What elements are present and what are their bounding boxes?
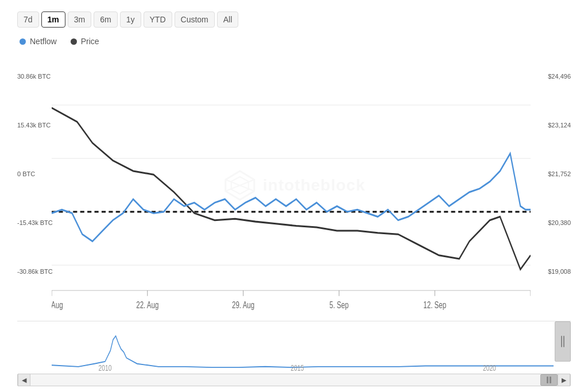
y-label-2: 15.43k BTC xyxy=(17,122,51,129)
main-chart: intotheblock xyxy=(17,52,571,319)
y-label-5: -30.86k BTC xyxy=(17,268,51,275)
y-axis-right: $24,496 $23,124 $21,752 $20,380 $19,008 xyxy=(533,52,571,319)
page-container: 7d1m3m6m1yYTDCustomAll Netflow Price xyxy=(0,0,588,392)
svg-text:15. Aug: 15. Aug xyxy=(52,300,63,310)
y-label-4: -15.43k BTC xyxy=(17,219,51,226)
time-btn-all[interactable]: All xyxy=(217,11,239,28)
y-right-label-2: $23,124 xyxy=(548,122,571,129)
y-axis-left: 30.86k BTC 15.43k BTC 0 BTC -15.43k BTC … xyxy=(17,52,51,319)
scrollbar[interactable]: ◀ ▶ xyxy=(17,374,571,386)
y-label-1: 30.86k BTC xyxy=(17,73,51,80)
time-btn-1y[interactable]: 1y xyxy=(120,11,141,28)
mini-svg: 2010 2015 2020 xyxy=(52,321,554,372)
time-btn-7d[interactable]: 7d xyxy=(17,11,39,28)
price-dot xyxy=(71,38,77,45)
time-btn-1m[interactable]: 1m xyxy=(41,11,65,28)
legend-price: Price xyxy=(71,37,99,46)
y-label-3: 0 BTC xyxy=(17,170,51,177)
mini-chart: 2010 2015 2020 xyxy=(17,321,571,372)
svg-text:5. Sep: 5. Sep xyxy=(330,300,349,310)
y-right-label-1: $24,496 xyxy=(548,73,571,80)
mini-chart-handle[interactable] xyxy=(555,321,571,362)
y-right-label-5: $19,008 xyxy=(548,268,571,275)
legend-netflow: Netflow xyxy=(20,37,57,46)
svg-text:2010: 2010 xyxy=(99,364,112,372)
price-line xyxy=(52,108,531,269)
chart-area: intotheblock xyxy=(17,52,571,386)
time-range-selector: 7d1m3m6m1yYTDCustomAll xyxy=(17,11,571,28)
y-right-label-3: $21,752 xyxy=(548,170,571,177)
mini-netflow-line xyxy=(52,336,554,367)
time-btn-6m[interactable]: 6m xyxy=(94,11,117,28)
svg-text:29. Aug: 29. Aug xyxy=(232,300,254,310)
y-right-label-4: $20,380 xyxy=(548,219,571,226)
svg-text:2020: 2020 xyxy=(483,364,496,372)
main-svg: 15. Aug 22. Aug 29. Aug 5. Sep 12. Sep xyxy=(52,52,531,319)
svg-text:12. Sep: 12. Sep xyxy=(423,300,446,310)
price-label: Price xyxy=(81,37,99,46)
time-btn-3m[interactable]: 3m xyxy=(68,11,91,28)
scroll-track[interactable] xyxy=(30,374,558,386)
svg-text:22. Aug: 22. Aug xyxy=(136,300,158,310)
svg-text:2015: 2015 xyxy=(291,364,304,372)
chart-legend: Netflow Price xyxy=(17,37,571,46)
scroll-left-arrow[interactable]: ◀ xyxy=(18,374,30,386)
time-btn-ytd[interactable]: YTD xyxy=(144,11,172,28)
netflow-label: Netflow xyxy=(30,37,57,46)
scroll-right-arrow[interactable]: ▶ xyxy=(558,374,570,386)
scroll-thumb[interactable] xyxy=(540,374,558,386)
time-btn-custom[interactable]: Custom xyxy=(175,11,215,28)
netflow-dot xyxy=(20,38,26,45)
